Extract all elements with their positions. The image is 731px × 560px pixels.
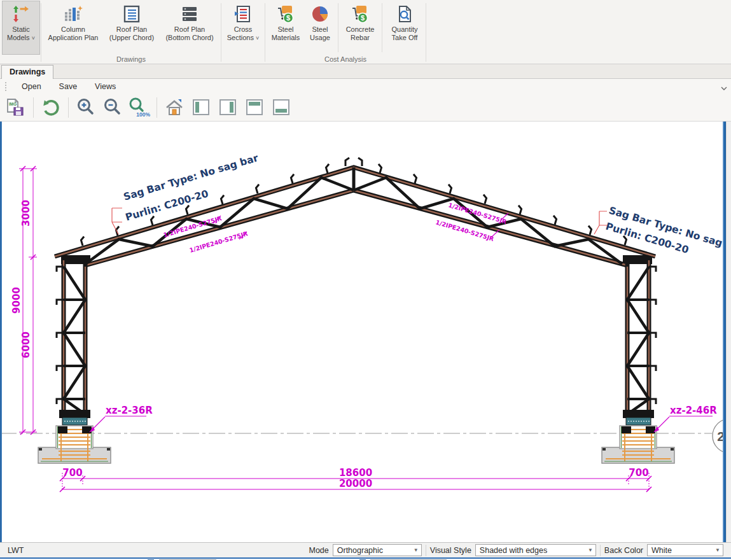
group-label-drawings: Drawings: [43, 55, 219, 63]
column-chart-icon: [64, 4, 83, 24]
group-label-cost-analysis: Cost Analysis: [267, 55, 424, 63]
quantity-take-off-label: Quantity Take Off: [387, 25, 422, 42]
ribbon-separator: [265, 3, 265, 62]
dim-18600: 18600: [339, 467, 372, 479]
ribbon: Static Models ˅ Column: [0, 0, 731, 64]
quantity-take-off-button[interactable]: Quantity Take Off: [385, 1, 424, 54]
export-image-button[interactable]: IMG: [4, 95, 28, 120]
roof-plan-upper-button[interactable]: Roof Plan (Upper Chord): [104, 1, 160, 54]
zoom-100-button[interactable]: 100%: [127, 95, 151, 120]
concrete-rebar-button[interactable]: $ Concrete Rebar: [341, 1, 379, 54]
pane-right-button[interactable]: [216, 95, 240, 120]
steel-usage-button[interactable]: Steel Usage: [305, 1, 335, 54]
concrete-rebar-label: Concrete Rebar: [343, 25, 377, 42]
dim-9000: 9000: [11, 287, 22, 314]
zoom-out-button[interactable]: [101, 95, 125, 120]
roof-plan-upper-label: Roof Plan (Upper Chord): [106, 25, 158, 42]
tab-row: Drawings: [0, 64, 731, 79]
ribbon-separator: [426, 3, 426, 62]
cross-sections-icon: [233, 4, 253, 24]
menu-overflow-chevron[interactable]: [721, 82, 727, 94]
ribbon-separator: [338, 3, 338, 52]
visual-style-label: Visual Style: [430, 546, 471, 555]
zoom-in-button[interactable]: [74, 95, 98, 120]
dim-20000: 20000: [339, 478, 372, 489]
menu-save[interactable]: Save: [50, 81, 87, 92]
zoom-level-label: 100%: [136, 111, 150, 118]
drawing-canvas[interactable]: 2: [2, 122, 726, 542]
pane-bottom-button[interactable]: [269, 95, 293, 120]
visual-style-value: Shaded with edges: [480, 546, 547, 555]
column-application-plan-label: Column Application Plan: [45, 25, 102, 42]
footing-label-left: xz-2-36R: [106, 405, 153, 416]
zoom-out-icon: [102, 97, 123, 118]
ribbon-separator: [41, 3, 41, 62]
home-view-button[interactable]: [162, 95, 186, 120]
column-application-plan-button[interactable]: Column Application Plan: [43, 1, 104, 54]
application-window: Static Models ˅ Column: [0, 0, 731, 560]
roof-plan-bottom-icon: [180, 4, 199, 24]
toolbar-separator: [33, 97, 34, 118]
roof-plan-upper-icon: [122, 4, 141, 24]
back-color-value: White: [651, 546, 672, 555]
status-left-text: LWT: [8, 546, 305, 555]
annotations: Sag Bar Type: No sag bar Purlin: C200-20…: [90, 152, 726, 432]
zoom-in-icon: [75, 97, 97, 118]
document-search-icon: [395, 4, 414, 24]
back-color-select[interactable]: White ▼: [647, 544, 723, 556]
pane-left-icon: [190, 97, 212, 118]
canvas-border-left: [0, 122, 2, 542]
menu-views[interactable]: Views: [86, 81, 125, 92]
svg-text:$: $: [286, 14, 290, 22]
foundations: [38, 426, 674, 463]
chevron-down-icon: ▼: [715, 547, 720, 553]
img-badge: IMG: [9, 102, 17, 106]
ribbon-group-cost-analysis: $ Steel Materials Steel Usage: [267, 1, 424, 64]
cross-sections-button[interactable]: Cross Sections ˅: [223, 1, 263, 54]
mode-value: Orthographic: [337, 546, 383, 555]
refresh-button[interactable]: [39, 95, 63, 120]
visual-style-select[interactable]: Shaded with edges ▼: [475, 544, 596, 556]
static-models-button[interactable]: Static Models ˅: [3, 1, 39, 54]
tab-drawings[interactable]: Drawings: [1, 65, 53, 79]
dim-3000: 3000: [20, 200, 32, 227]
footing-label-right: xz-2-46R: [670, 405, 717, 416]
zoom-100-icon: 100%: [127, 97, 151, 118]
girt-clips: [57, 267, 656, 404]
mode-label: Mode: [309, 546, 328, 555]
chevron-down-icon: ▼: [414, 547, 419, 553]
chevron-down-icon: ▼: [588, 547, 593, 553]
ribbon-group-drawings: Column Application Plan Roof Plan (Upper…: [43, 1, 219, 64]
status-bar: LWT Mode Orthographic ▼ Visual Style Sha…: [0, 542, 731, 557]
back-color-label: Back Color: [604, 546, 643, 555]
steel-usage-label: Steel Usage: [307, 25, 333, 42]
refresh-icon: [40, 97, 62, 118]
cart-dollar-icon: $: [351, 4, 370, 24]
roof-plan-bottom-button[interactable]: Roof Plan (Bottom Chord): [160, 1, 219, 54]
mode-select[interactable]: Orthographic ▼: [333, 544, 422, 556]
dim-6000: 6000: [20, 332, 32, 358]
right-scroll-strip[interactable]: [726, 122, 731, 542]
image-save-icon: IMG: [5, 97, 27, 118]
grip-handle-icon[interactable]: [5, 82, 6, 91]
dimensions: 3000 9000 6000 700 18600 700 20000: [11, 166, 651, 492]
menu-open[interactable]: Open: [13, 81, 50, 92]
svg-text:$: $: [361, 14, 365, 22]
cross-sections-label: Cross Sections: [227, 25, 254, 41]
steel-frame: [55, 158, 656, 425]
ribbon-group-static: Static Models ˅: [3, 1, 39, 64]
steel-materials-label: Steel Materials: [268, 25, 303, 42]
ribbon-group-cross-sections: Cross Sections ˅: [223, 1, 263, 64]
pie-chart-icon: [310, 4, 330, 24]
pane-top-icon: [244, 97, 265, 118]
chevron-down-icon: ˅: [256, 35, 259, 41]
toolbar-separator: [68, 97, 69, 118]
chevron-down-icon: ˅: [32, 35, 35, 41]
menu-bar: Open Save Views: [0, 79, 731, 94]
steel-materials-button[interactable]: $ Steel Materials: [267, 1, 305, 54]
pane-left-button[interactable]: [189, 95, 213, 120]
pane-bottom-icon: [270, 97, 292, 118]
chevron-down-icon: [721, 86, 727, 91]
view-toolbar: IMG: [0, 94, 731, 122]
pane-top-button[interactable]: [242, 95, 267, 120]
